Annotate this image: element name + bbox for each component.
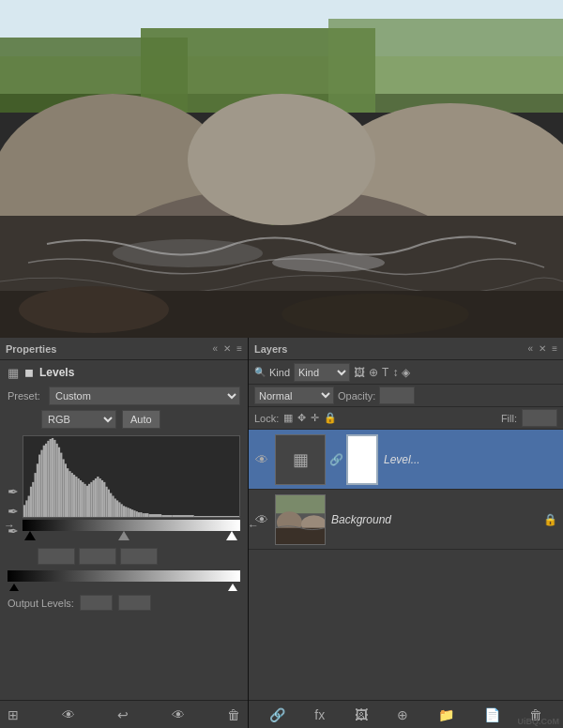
white-point-handle[interactable]	[226, 531, 237, 540]
layers-tool-new-icon[interactable]: 📄	[484, 707, 500, 722]
right-arrow-indicator: ←	[248, 519, 259, 532]
levels-layer-row[interactable]: 👁 ▦ 🔗 Level...	[249, 430, 563, 490]
svg-rect-38	[65, 463, 67, 517]
svg-rect-69	[131, 509, 133, 517]
svg-rect-60	[112, 496, 114, 517]
histogram-box	[23, 435, 240, 518]
layers-tool-fx-icon[interactable]: fx	[314, 707, 325, 722]
filter-smart-icon[interactable]: ◈	[402, 366, 410, 379]
svg-rect-33	[53, 440, 55, 517]
svg-rect-25	[37, 463, 38, 517]
filter-kind-select[interactable]: Kind Name Effect	[294, 363, 350, 382]
svg-point-9	[113, 239, 263, 267]
eyedropper-black-icon[interactable]: ✒	[8, 484, 19, 499]
svg-point-10	[272, 253, 385, 272]
svg-rect-30	[47, 441, 49, 517]
left-arrow-indicator: →	[4, 519, 15, 532]
black-point-input[interactable]: 10	[38, 548, 75, 565]
channel-select[interactable]: RGB Red Green Blue	[41, 410, 116, 429]
prop-tool-delete-icon[interactable]: 🗑	[227, 707, 240, 722]
svg-rect-32	[52, 438, 53, 517]
input-values-row: 10 1.00 233	[0, 546, 248, 567]
black-point-handle[interactable]	[24, 531, 36, 540]
filter-adjustment-icon[interactable]: ⊕	[369, 366, 378, 379]
white-point-input[interactable]: 233	[120, 548, 158, 565]
opacity-input[interactable]: 100%	[379, 387, 415, 404]
svg-rect-47	[84, 484, 85, 517]
lock-transparent-icon[interactable]: ▦	[283, 412, 293, 424]
blend-mode-row: Normal Multiply Screen Overlay Opacity: …	[249, 385, 563, 407]
eyedropper-gray-icon[interactable]: ✒	[8, 504, 19, 519]
svg-rect-57	[105, 487, 107, 517]
layers-tool-mask-icon[interactable]: 🖼	[355, 707, 368, 722]
photo-area	[0, 0, 563, 338]
layers-tool-group-icon[interactable]: 📁	[438, 707, 454, 722]
background-layer-row[interactable]: 👁 Background 🔒	[249, 490, 563, 550]
levels-layer-name: Level...	[384, 453, 420, 466]
svg-rect-70	[133, 510, 135, 517]
svg-rect-43	[75, 477, 77, 517]
blend-mode-select[interactable]: Normal Multiply Screen Overlay	[254, 387, 334, 404]
opacity-label: Opacity:	[338, 390, 375, 402]
output-white-input[interactable]: 255	[118, 595, 151, 611]
auto-button[interactable]: Auto	[122, 410, 160, 429]
fill-input[interactable]: 100%	[522, 409, 557, 427]
properties-collapse-icon[interactable]: «	[213, 343, 219, 354]
levels-histogram-icon: ▦	[8, 366, 19, 380]
levels-square-icon: ◼	[24, 366, 34, 379]
input-levels-gradient: → ←	[23, 520, 240, 531]
svg-rect-75	[145, 513, 149, 517]
photo-image	[0, 0, 563, 338]
svg-rect-61	[114, 498, 116, 517]
svg-rect-55	[101, 480, 103, 517]
svg-rect-82	[276, 495, 325, 513]
filter-kind-label: Kind	[269, 367, 290, 378]
output-black-handle[interactable]	[9, 584, 19, 591]
layers-collapse-icon[interactable]: «	[528, 343, 534, 354]
prop-tool-visibility-icon[interactable]: 👁	[62, 707, 75, 722]
filter-pixel-icon[interactable]: 🖼	[354, 366, 365, 379]
output-values-row: Output Levels: 0 255	[8, 593, 240, 613]
svg-rect-72	[138, 512, 140, 517]
input-slider-row	[23, 531, 240, 542]
midpoint-handle[interactable]	[118, 531, 129, 540]
lock-image-icon[interactable]: ✥	[297, 412, 306, 424]
layers-tool-link-icon[interactable]: 🔗	[269, 707, 285, 722]
prop-tool-add-icon[interactable]: ⊞	[8, 707, 19, 722]
midpoint-input[interactable]: 1.00	[79, 548, 116, 565]
levels-visibility-toggle[interactable]: 👁	[254, 452, 269, 467]
lock-position-icon[interactable]: ✛	[311, 412, 319, 424]
svg-rect-42	[73, 475, 75, 517]
svg-rect-58	[108, 490, 110, 517]
prop-tool-preview-icon[interactable]: 👁	[172, 707, 185, 722]
layers-close-icon[interactable]: ✕	[539, 343, 546, 354]
properties-menu-icon[interactable]: ≡	[236, 343, 242, 354]
filter-shape-icon[interactable]: ↕	[392, 366, 398, 379]
filter-type-icons: 🖼 ⊕ T ↕ ◈	[354, 366, 410, 379]
properties-panel: Properties « ✕ ≡ ▦ ◼ Levels Preset: Cust…	[0, 338, 249, 728]
output-black-input[interactable]: 0	[80, 595, 113, 611]
histogram-section: ✒ ✒ ✒	[8, 435, 240, 542]
filter-type-icon[interactable]: T	[382, 366, 388, 379]
background-layer-name: Background	[331, 513, 391, 526]
svg-rect-29	[45, 444, 47, 517]
prop-tool-reset-icon[interactable]: ↩	[117, 707, 129, 722]
properties-close-icon[interactable]: ✕	[223, 343, 231, 354]
output-white-handle[interactable]	[228, 584, 237, 591]
svg-rect-63	[118, 502, 120, 517]
layers-tool-adjustment-icon[interactable]: ⊕	[397, 707, 408, 722]
svg-rect-40	[68, 471, 70, 517]
svg-rect-80	[194, 516, 239, 517]
svg-rect-22	[30, 487, 32, 517]
layers-menu-icon[interactable]: ≡	[552, 343, 557, 354]
background-layer-lock: 🔒	[543, 513, 557, 526]
preset-select[interactable]: Custom Default Increase Contrast	[49, 387, 240, 405]
svg-rect-24	[35, 473, 37, 517]
preset-label: Preset:	[8, 390, 43, 402]
svg-rect-74	[143, 513, 145, 517]
svg-rect-64	[121, 504, 123, 517]
svg-rect-41	[71, 473, 73, 517]
svg-rect-79	[173, 515, 194, 517]
lock-all-icon[interactable]: 🔒	[324, 412, 337, 424]
lock-row: Lock: ▦ ✥ ✛ 🔒 Fill: 100%	[249, 407, 563, 430]
